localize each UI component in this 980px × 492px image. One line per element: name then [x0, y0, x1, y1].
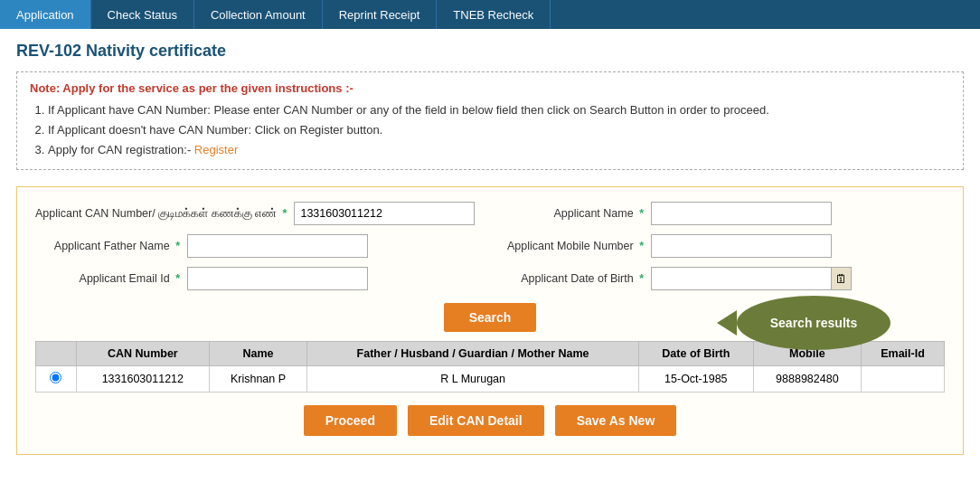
bottom-buttons: Proceed Edit CAN Detail Save As New — [35, 405, 945, 436]
dob-input-wrapper: 🗓 — [651, 267, 852, 290]
col-name: Name — [209, 342, 306, 366]
father-name-input[interactable] — [187, 234, 368, 258]
search-button[interactable]: Search — [444, 303, 537, 332]
email-group: Applicant Email Id * — [35, 267, 481, 290]
mobile-input[interactable] — [651, 234, 832, 258]
search-results-label: Search results — [770, 316, 858, 330]
search-results-bubble: Search results — [737, 296, 890, 350]
form-row-1: Applicant CAN Number/ குடிமக்கள் கணக்கு … — [35, 202, 945, 225]
nav-item-tneb-recheck[interactable]: TNEB Recheck — [437, 0, 551, 29]
page-title: REV-102 Nativity certificate — [16, 42, 964, 61]
note-box: Note: Apply for the service as per the g… — [16, 71, 964, 170]
nav-item-collection-amount[interactable]: Collection Amount — [194, 0, 323, 29]
row-dob: 15-Oct-1985 — [638, 366, 753, 393]
nav-item-application[interactable]: Application — [0, 0, 91, 29]
row-select-cell — [36, 366, 77, 393]
nav-item-check-status[interactable]: Check Status — [91, 0, 194, 29]
top-navigation: Application Check Status Collection Amou… — [0, 0, 980, 29]
note-item-3: Apply for CAN registration:- Register — [48, 140, 950, 160]
applicant-name-label: Applicant Name * — [499, 206, 644, 222]
can-label: Applicant CAN Number/ குடிமக்கள் கணக்கு … — [35, 206, 287, 222]
nav-item-reprint-receipt[interactable]: Reprint Receipt — [323, 0, 438, 29]
can-number-group: Applicant CAN Number/ குடிமக்கள் கணக்கு … — [35, 202, 481, 225]
col-father-name: Father / Husband / Guardian / Mother Nam… — [307, 342, 639, 366]
dob-input[interactable] — [651, 267, 832, 290]
col-select — [36, 342, 77, 366]
table-body: 1331603011212 Krishnan P R L Murugan 15-… — [36, 366, 945, 393]
edit-can-button[interactable]: Edit CAN Detail — [408, 405, 544, 436]
save-as-new-button[interactable]: Save As New — [555, 405, 677, 436]
dob-group: Applicant Date of Birth * 🗓 — [499, 267, 945, 290]
search-button-row: Search Search results — [35, 303, 945, 332]
note-item-1: If Applicant have CAN Number: Please ent… — [48, 100, 950, 120]
form-row-3: Applicant Email Id * Applicant Date of B… — [35, 267, 945, 290]
register-link[interactable]: Register — [194, 143, 238, 156]
table-row: 1331603011212 Krishnan P R L Murugan 15-… — [36, 366, 945, 393]
dob-label: Applicant Date of Birth * — [499, 271, 644, 288]
row-mobile: 9888982480 — [753, 366, 861, 393]
applicant-name-input[interactable] — [651, 202, 832, 225]
note-item-2: If Applicant doesn't have CAN Number: Cl… — [48, 120, 950, 140]
father-name-group: Applicant Father Name * — [35, 234, 481, 258]
row-can-number: 1331603011212 — [76, 366, 209, 393]
note-title: Note: Apply for the service as per the g… — [30, 81, 950, 95]
father-name-label: Applicant Father Name * — [35, 239, 180, 255]
mobile-group: Applicant Mobile Number * — [499, 234, 945, 258]
search-results-callout: Search results — [737, 296, 890, 350]
email-input[interactable] — [187, 267, 368, 290]
row-name: Krishnan P — [209, 366, 306, 393]
mobile-label: Applicant Mobile Number * — [499, 239, 644, 255]
note-list: If Applicant have CAN Number: Please ent… — [48, 100, 950, 160]
page-content: REV-102 Nativity certificate Note: Apply… — [0, 29, 980, 477]
row-radio[interactable] — [50, 372, 61, 383]
row-email — [862, 366, 945, 393]
proceed-button[interactable]: Proceed — [304, 405, 397, 436]
calendar-icon[interactable]: 🗓 — [832, 267, 852, 290]
can-number-input[interactable] — [294, 202, 475, 225]
applicant-name-group: Applicant Name * — [499, 202, 945, 225]
form-section: Applicant CAN Number/ குடிமக்கள் கணக்கு … — [16, 186, 964, 455]
email-label: Applicant Email Id * — [35, 271, 180, 288]
form-row-2: Applicant Father Name * Applicant Mobile… — [35, 234, 945, 258]
col-can-number: CAN Number — [76, 342, 209, 366]
row-father-name: R L Murugan — [307, 366, 639, 393]
